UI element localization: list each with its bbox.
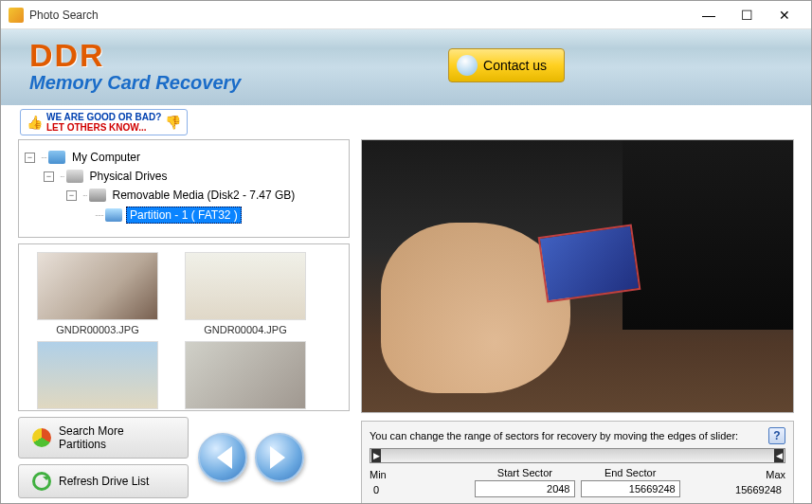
thumbnail-item[interactable]: GNDR00004.JPG xyxy=(174,252,316,335)
maximize-button[interactable]: ☐ xyxy=(728,2,766,28)
tree-label: My Computer xyxy=(69,150,143,165)
sector-range-panel: You can change the range of sectors for … xyxy=(361,421,794,504)
tree-label: Physical Drives xyxy=(87,169,171,184)
thumbnail-image xyxy=(37,252,158,320)
computer-icon xyxy=(48,151,65,164)
contact-label: Contact us xyxy=(483,58,547,73)
drive-icon xyxy=(66,170,83,183)
thumbnail-item[interactable]: GNDR00003.JPG xyxy=(27,252,169,335)
refresh-drive-list-button[interactable]: Refresh Drive List xyxy=(18,464,189,498)
thumbnail-item[interactable] xyxy=(174,341,316,411)
start-sector-input[interactable] xyxy=(475,480,574,497)
contact-us-button[interactable]: Contact us xyxy=(448,48,565,82)
drive-tree[interactable]: − ···· My Computer − ··· Physical Drives… xyxy=(18,139,350,238)
thumbnail-filename: GNDR00003.JPG xyxy=(56,324,138,335)
thumbnail-image xyxy=(37,341,158,409)
tree-label-selected: Partition - 1 ( FAT32 ) xyxy=(126,207,242,224)
thumbnail-image xyxy=(185,252,306,320)
logo-subtitle: Memory Card Recovery xyxy=(29,72,241,94)
close-button[interactable]: ✕ xyxy=(766,2,803,28)
refresh-icon xyxy=(32,472,51,491)
sector-slider[interactable]: ▶ ◀ xyxy=(370,448,785,463)
thumbnail-grid[interactable]: GNDR00003.JPG GNDR00004.JPG xyxy=(18,243,350,411)
button-label: Search More Partitions xyxy=(59,424,174,451)
minimize-button[interactable]: — xyxy=(690,2,728,28)
preview-image xyxy=(361,139,794,413)
tree-node-media[interactable]: − ··· Removable Media (Disk2 - 7.47 GB) xyxy=(25,186,343,205)
min-value: 0 xyxy=(370,482,469,497)
tree-node-computer[interactable]: − ···· My Computer xyxy=(25,148,343,167)
button-label: Refresh Drive List xyxy=(59,475,149,488)
thumbnail-image xyxy=(185,341,306,409)
max-label: Max xyxy=(686,469,785,480)
thumb-up-icon: 👍 xyxy=(27,115,43,130)
titlebar: Photo Search — ☐ ✕ xyxy=(1,1,811,29)
help-button[interactable]: ? xyxy=(768,427,785,444)
slider-handle-end[interactable]: ◀ xyxy=(774,449,784,462)
feedback-bar: 👍 WE ARE GOOD OR BAD? LET OTHERS KNOW...… xyxy=(1,105,811,139)
feedback-button[interactable]: 👍 WE ARE GOOD OR BAD? LET OTHERS KNOW...… xyxy=(20,109,188,135)
window-title: Photo Search xyxy=(29,9,690,22)
end-sector-label: End Sector xyxy=(581,467,680,478)
logo-text: DDR xyxy=(29,41,241,70)
tree-node-physical[interactable]: − ··· Physical Drives xyxy=(25,167,343,186)
collapse-icon[interactable]: − xyxy=(66,190,77,201)
start-sector-label: Start Sector xyxy=(475,467,574,478)
feedback-line2: LET OTHERS KNOW... xyxy=(46,122,161,133)
tree-label: Removable Media (Disk2 - 7.47 GB) xyxy=(110,188,298,203)
header-banner: DDR Memory Card Recovery Contact us xyxy=(1,29,811,105)
min-label: Min xyxy=(370,469,469,480)
feedback-line1: WE ARE GOOD OR BAD? xyxy=(46,112,161,122)
pie-chart-icon xyxy=(32,428,51,447)
contact-avatar-icon xyxy=(457,55,478,76)
collapse-icon[interactable]: − xyxy=(44,171,54,182)
logo: DDR Memory Card Recovery xyxy=(29,41,241,94)
collapse-icon[interactable]: − xyxy=(25,153,35,163)
previous-button[interactable] xyxy=(198,433,247,482)
search-more-partitions-button[interactable]: Search More Partitions xyxy=(18,417,189,459)
max-value: 15669248 xyxy=(686,482,785,497)
app-icon xyxy=(9,8,24,23)
thumbnail-item[interactable] xyxy=(27,341,169,411)
thumbnail-filename: GNDR00004.JPG xyxy=(204,324,286,335)
next-button[interactable] xyxy=(255,433,304,482)
slider-handle-start[interactable]: ▶ xyxy=(371,449,381,462)
removable-media-icon xyxy=(89,189,106,202)
thumb-down-icon: 👎 xyxy=(165,115,181,130)
sector-instruction: You can change the range of sectors for … xyxy=(370,430,765,441)
end-sector-input[interactable] xyxy=(581,480,680,497)
partition-icon xyxy=(105,208,122,222)
tree-node-partition[interactable]: ······ Partition - 1 ( FAT32 ) xyxy=(25,205,343,225)
